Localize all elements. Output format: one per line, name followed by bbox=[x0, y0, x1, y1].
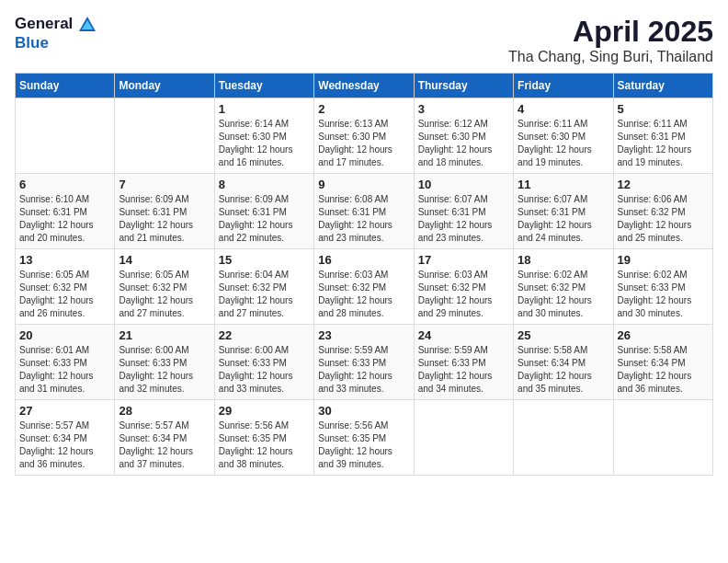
day-cell: 15Sunrise: 6:04 AM Sunset: 6:32 PM Dayli… bbox=[214, 249, 313, 325]
day-detail: Sunrise: 6:13 AM Sunset: 6:30 PM Dayligh… bbox=[318, 118, 409, 169]
week-row-4: 27Sunrise: 5:57 AM Sunset: 6:34 PM Dayli… bbox=[16, 400, 713, 476]
day-number: 29 bbox=[219, 404, 310, 418]
day-number: 17 bbox=[418, 253, 509, 267]
day-detail: Sunrise: 5:59 AM Sunset: 6:33 PM Dayligh… bbox=[418, 344, 509, 396]
day-cell bbox=[115, 98, 214, 174]
day-detail: Sunrise: 6:05 AM Sunset: 6:32 PM Dayligh… bbox=[119, 269, 210, 320]
day-number: 22 bbox=[219, 328, 310, 342]
day-number: 30 bbox=[318, 404, 409, 418]
logo-blue: Blue bbox=[15, 35, 97, 52]
day-number: 24 bbox=[418, 328, 509, 342]
day-number: 3 bbox=[418, 102, 509, 116]
day-number: 28 bbox=[119, 404, 210, 418]
month-title: April 2025 bbox=[508, 15, 713, 49]
day-cell: 23Sunrise: 5:59 AM Sunset: 6:33 PM Dayli… bbox=[314, 325, 414, 400]
header-cell-monday: Monday bbox=[115, 74, 214, 98]
day-cell: 1Sunrise: 6:14 AM Sunset: 6:30 PM Daylig… bbox=[214, 98, 313, 174]
day-detail: Sunrise: 6:00 AM Sunset: 6:33 PM Dayligh… bbox=[219, 344, 310, 396]
day-cell: 5Sunrise: 6:11 AM Sunset: 6:31 PM Daylig… bbox=[613, 98, 712, 174]
day-detail: Sunrise: 5:59 AM Sunset: 6:33 PM Dayligh… bbox=[318, 344, 409, 396]
day-cell: 14Sunrise: 6:05 AM Sunset: 6:32 PM Dayli… bbox=[115, 249, 214, 325]
day-detail: Sunrise: 5:56 AM Sunset: 6:35 PM Dayligh… bbox=[318, 419, 409, 471]
day-number: 12 bbox=[618, 178, 709, 191]
day-number: 19 bbox=[618, 253, 709, 267]
day-number: 16 bbox=[318, 253, 409, 267]
week-row-2: 13Sunrise: 6:05 AM Sunset: 6:32 PM Dayli… bbox=[16, 249, 713, 325]
day-cell: 26Sunrise: 5:58 AM Sunset: 6:34 PM Dayli… bbox=[613, 325, 712, 400]
day-number: 9 bbox=[318, 178, 409, 191]
day-cell: 27Sunrise: 5:57 AM Sunset: 6:34 PM Dayli… bbox=[16, 400, 115, 476]
day-cell: 10Sunrise: 6:07 AM Sunset: 6:31 PM Dayli… bbox=[414, 174, 513, 249]
day-cell: 19Sunrise: 6:02 AM Sunset: 6:33 PM Dayli… bbox=[613, 249, 712, 325]
day-number: 20 bbox=[19, 328, 110, 342]
day-number: 21 bbox=[119, 328, 210, 342]
day-number: 18 bbox=[518, 253, 609, 267]
calendar-header: SundayMondayTuesdayWednesdayThursdayFrid… bbox=[16, 74, 713, 98]
day-number: 2 bbox=[318, 102, 409, 116]
day-detail: Sunrise: 6:03 AM Sunset: 6:32 PM Dayligh… bbox=[318, 269, 409, 320]
header-cell-thursday: Thursday bbox=[414, 74, 513, 98]
title-block: April 2025 Tha Chang, Sing Buri, Thailan… bbox=[508, 15, 713, 65]
page-header: General Blue April 2025 Tha Chang, Sing … bbox=[15, 15, 713, 65]
day-cell: 30Sunrise: 5:56 AM Sunset: 6:35 PM Dayli… bbox=[314, 400, 414, 476]
header-cell-sunday: Sunday bbox=[16, 74, 115, 98]
day-cell: 6Sunrise: 6:10 AM Sunset: 6:31 PM Daylig… bbox=[16, 174, 115, 249]
day-detail: Sunrise: 5:57 AM Sunset: 6:34 PM Dayligh… bbox=[119, 419, 210, 471]
day-cell: 21Sunrise: 6:00 AM Sunset: 6:33 PM Dayli… bbox=[115, 325, 214, 400]
day-cell: 8Sunrise: 6:09 AM Sunset: 6:31 PM Daylig… bbox=[214, 174, 313, 249]
day-cell: 7Sunrise: 6:09 AM Sunset: 6:31 PM Daylig… bbox=[115, 174, 214, 249]
day-detail: Sunrise: 6:00 AM Sunset: 6:33 PM Dayligh… bbox=[119, 344, 210, 396]
day-cell: 3Sunrise: 6:12 AM Sunset: 6:30 PM Daylig… bbox=[414, 98, 513, 174]
week-row-1: 6Sunrise: 6:10 AM Sunset: 6:31 PM Daylig… bbox=[16, 174, 713, 249]
day-cell bbox=[16, 98, 115, 174]
day-detail: Sunrise: 5:56 AM Sunset: 6:35 PM Dayligh… bbox=[219, 419, 310, 471]
day-number: 25 bbox=[518, 328, 609, 342]
day-detail: Sunrise: 6:05 AM Sunset: 6:32 PM Dayligh… bbox=[19, 269, 110, 320]
day-detail: Sunrise: 6:08 AM Sunset: 6:31 PM Dayligh… bbox=[318, 193, 409, 245]
day-cell: 29Sunrise: 5:56 AM Sunset: 6:35 PM Dayli… bbox=[214, 400, 313, 476]
day-detail: Sunrise: 6:06 AM Sunset: 6:32 PM Dayligh… bbox=[618, 193, 709, 245]
day-cell: 12Sunrise: 6:06 AM Sunset: 6:32 PM Dayli… bbox=[613, 174, 712, 249]
day-detail: Sunrise: 6:02 AM Sunset: 6:32 PM Dayligh… bbox=[518, 269, 609, 320]
header-cell-tuesday: Tuesday bbox=[214, 74, 313, 98]
day-number: 6 bbox=[19, 178, 110, 191]
day-number: 5 bbox=[618, 102, 709, 116]
calendar-body: 1Sunrise: 6:14 AM Sunset: 6:30 PM Daylig… bbox=[16, 98, 713, 476]
logo: General Blue bbox=[15, 15, 97, 52]
week-row-0: 1Sunrise: 6:14 AM Sunset: 6:30 PM Daylig… bbox=[16, 98, 713, 174]
day-number: 13 bbox=[19, 253, 110, 267]
header-row: SundayMondayTuesdayWednesdayThursdayFrid… bbox=[16, 74, 713, 98]
day-cell: 4Sunrise: 6:11 AM Sunset: 6:30 PM Daylig… bbox=[514, 98, 613, 174]
day-number: 27 bbox=[19, 404, 110, 418]
day-detail: Sunrise: 6:10 AM Sunset: 6:31 PM Dayligh… bbox=[19, 193, 110, 245]
header-cell-saturday: Saturday bbox=[613, 74, 712, 98]
day-detail: Sunrise: 6:02 AM Sunset: 6:33 PM Dayligh… bbox=[618, 269, 709, 320]
day-cell: 11Sunrise: 6:07 AM Sunset: 6:31 PM Dayli… bbox=[514, 174, 613, 249]
day-detail: Sunrise: 6:12 AM Sunset: 6:30 PM Dayligh… bbox=[418, 118, 509, 169]
day-detail: Sunrise: 6:11 AM Sunset: 6:31 PM Dayligh… bbox=[618, 118, 709, 169]
day-detail: Sunrise: 6:01 AM Sunset: 6:33 PM Dayligh… bbox=[19, 344, 110, 396]
day-cell bbox=[414, 400, 513, 476]
day-detail: Sunrise: 6:04 AM Sunset: 6:32 PM Dayligh… bbox=[219, 269, 310, 320]
day-number: 4 bbox=[518, 102, 609, 116]
header-cell-wednesday: Wednesday bbox=[314, 74, 414, 98]
day-cell: 16Sunrise: 6:03 AM Sunset: 6:32 PM Dayli… bbox=[314, 249, 414, 325]
day-cell: 24Sunrise: 5:59 AM Sunset: 6:33 PM Dayli… bbox=[414, 325, 513, 400]
day-detail: Sunrise: 6:07 AM Sunset: 6:31 PM Dayligh… bbox=[518, 193, 609, 245]
day-number: 14 bbox=[119, 253, 210, 267]
day-detail: Sunrise: 5:58 AM Sunset: 6:34 PM Dayligh… bbox=[518, 344, 609, 396]
day-cell: 20Sunrise: 6:01 AM Sunset: 6:33 PM Dayli… bbox=[16, 325, 115, 400]
location-title: Tha Chang, Sing Buri, Thailand bbox=[508, 49, 713, 65]
day-number: 10 bbox=[418, 178, 509, 191]
header-cell-friday: Friday bbox=[514, 74, 613, 98]
day-cell: 28Sunrise: 5:57 AM Sunset: 6:34 PM Dayli… bbox=[115, 400, 214, 476]
day-number: 15 bbox=[219, 253, 310, 267]
day-number: 11 bbox=[518, 178, 609, 191]
day-number: 23 bbox=[318, 328, 409, 342]
day-number: 8 bbox=[219, 178, 310, 191]
day-detail: Sunrise: 5:57 AM Sunset: 6:34 PM Dayligh… bbox=[19, 419, 110, 471]
day-cell: 25Sunrise: 5:58 AM Sunset: 6:34 PM Dayli… bbox=[514, 325, 613, 400]
day-cell bbox=[514, 400, 613, 476]
day-detail: Sunrise: 6:14 AM Sunset: 6:30 PM Dayligh… bbox=[219, 118, 310, 169]
day-cell: 17Sunrise: 6:03 AM Sunset: 6:32 PM Dayli… bbox=[414, 249, 513, 325]
